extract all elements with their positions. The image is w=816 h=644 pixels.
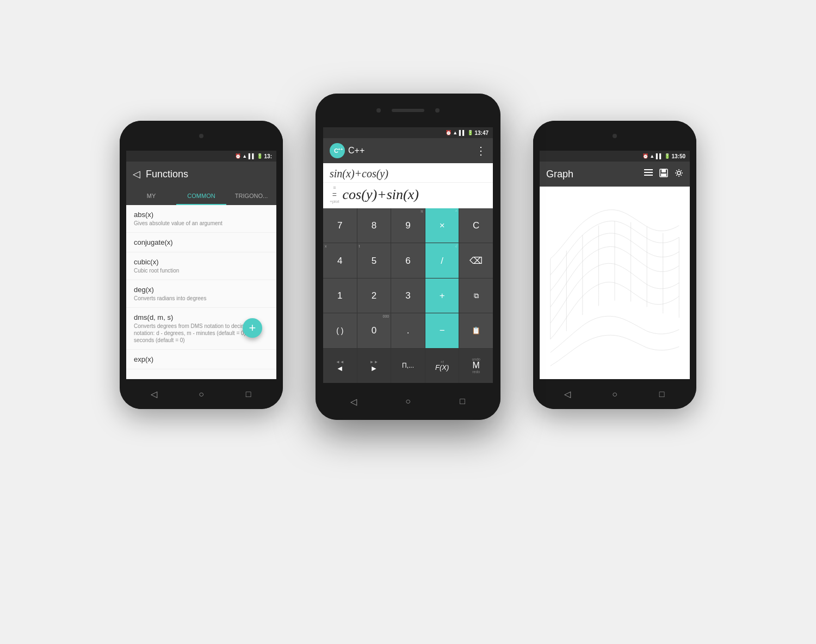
equals-area: ≡ = +plot	[330, 185, 339, 204]
functions-header: ◁ Functions	[126, 162, 276, 187]
phones-container: ⏰ ▲ ▌▌ 🔋 13: ◁ Functions MY COMMON TRIGO…	[109, 77, 707, 567]
key-9[interactable]: π9	[391, 208, 425, 243]
time-right: 13:50	[671, 153, 685, 159]
back-nav-center[interactable]: ◁	[345, 393, 362, 410]
phone-center: ⏰ ▲ ▌▌ 🔋 13:47 C ++ C++ ⋮ sin(x)+cos(y)	[316, 94, 500, 420]
status-icons-left: ⏰ ▲ ▌▌ 🔋	[235, 153, 263, 159]
key-functions[interactable]: +f F(X)	[425, 349, 459, 383]
phone-top-center	[316, 94, 500, 127]
equals-sign: =	[332, 190, 337, 199]
list-item[interactable]: exp(x)	[126, 350, 276, 369]
phone-left: ⏰ ▲ ▌▌ 🔋 13: ◁ Functions MY COMMON TRIGO…	[120, 121, 283, 409]
svg-point-9	[677, 171, 681, 175]
status-bar-center: ⏰ ▲ ▌▌ 🔋 13:47	[323, 127, 493, 138]
key-parens[interactable]: ( )	[323, 313, 357, 348]
bottom-nav-left: ◁ ○ □	[120, 379, 283, 409]
key-clear[interactable]: C	[459, 208, 493, 243]
key-copy[interactable]: ⧉	[459, 278, 493, 313]
bottom-nav-right: ◁ ○ □	[533, 379, 696, 409]
screen-right: ⏰ ▲ ▌▌ 🔋 13:50 Graph	[540, 151, 690, 379]
key-8[interactable]: 8	[357, 208, 391, 243]
function-desc: Converts radians into degrees	[134, 295, 269, 302]
function-name: conjugate(x)	[134, 238, 269, 246]
svg-rect-3	[644, 169, 653, 170]
back-button[interactable]: ◁	[133, 168, 140, 180]
list-item[interactable]: conjugate(x)	[126, 233, 276, 252]
key-dot[interactable]: .	[391, 313, 425, 348]
key-divide[interactable]: √/	[425, 243, 459, 277]
functions-list: abs(x) Gives absolute value of an argume…	[126, 205, 276, 379]
key-minus[interactable]: −	[425, 313, 459, 348]
calc-display-main: ≡ = +plot cos(y)+sin(x)	[323, 183, 493, 208]
key-3[interactable]: 3	[391, 278, 425, 313]
graph-title: Graph	[546, 169, 644, 180]
function-name: abs(x)	[134, 210, 269, 219]
camera-right	[613, 134, 617, 138]
key-1[interactable]: 1	[323, 278, 357, 313]
key-left[interactable]: ◄◄ ◄	[323, 349, 357, 383]
status-icons-center: ⏰ ▲ ▌▌ 🔋	[446, 130, 473, 135]
home-nav-center[interactable]: ○	[400, 393, 416, 410]
list-item[interactable]: cubic(x) Cubic root function	[126, 252, 276, 280]
recent-nav-right[interactable]: □	[654, 386, 670, 403]
back-nav-right[interactable]: ◁	[559, 386, 576, 403]
keypad: 7 8 π9 ^× C x4 t5 6 √/ ⌫ 1 2 3 + ⧉ ( ) 0…	[323, 208, 493, 383]
key-6[interactable]: 6	[391, 243, 425, 277]
key-memory[interactable]: undo M redo	[459, 349, 493, 383]
speaker-center	[392, 109, 424, 112]
calc-header: C ++ C++ ⋮	[323, 138, 493, 163]
main-expression: cos(y)+sin(x)	[343, 187, 419, 203]
list-item[interactable]: abs(x) Gives absolute value of an argume…	[126, 205, 276, 233]
key-paste[interactable]: 📋	[459, 313, 493, 348]
key-multiply[interactable]: ^×	[425, 208, 459, 243]
top-expression: sin(x)+cos(y)	[330, 168, 388, 179]
key-0[interactable]: 0000	[357, 313, 391, 348]
key-5[interactable]: t5	[357, 243, 391, 277]
back-nav-left[interactable]: ◁	[146, 386, 162, 403]
key-plus[interactable]: +	[425, 278, 459, 313]
key-constants[interactable]: П,...	[391, 349, 425, 383]
save-icon[interactable]	[659, 169, 668, 179]
graph-header: Graph	[540, 162, 690, 187]
graph-toolbar	[644, 169, 683, 179]
camera-left	[199, 134, 203, 138]
key-right[interactable]: ►► ►	[357, 349, 391, 383]
functions-tabs: MY COMMON TRIGONO...	[126, 187, 276, 205]
recent-nav-center[interactable]: □	[454, 393, 471, 410]
function-name: exp(x)	[134, 355, 269, 363]
settings-icon[interactable]	[675, 169, 683, 179]
svg-rect-4	[644, 172, 653, 173]
phone-right: ⏰ ▲ ▌▌ 🔋 13:50 Graph	[533, 121, 696, 409]
plot-label: +plot	[330, 199, 339, 204]
camera-center2	[435, 108, 440, 113]
camera-center	[376, 108, 381, 113]
svg-rect-8	[661, 174, 666, 176]
calc-menu-button[interactable]: ⋮	[475, 144, 486, 157]
function-desc: Gives absolute value of an argument	[134, 220, 269, 227]
list-icon[interactable]	[644, 169, 653, 179]
tab-trigono[interactable]: TRIGONO...	[226, 187, 276, 205]
time-center: 13:47	[474, 130, 489, 136]
key-2[interactable]: 2	[357, 278, 391, 313]
key-4[interactable]: x4	[323, 243, 357, 277]
calc-title: C++	[348, 146, 364, 156]
bottom-nav-center: ◁ ○ □	[316, 383, 500, 420]
function-name: deg(x)	[134, 286, 269, 294]
function-name: cubic(x)	[134, 258, 269, 266]
tab-my[interactable]: MY	[126, 187, 176, 205]
svg-rect-7	[662, 169, 666, 172]
menu-lines-icon: ≡	[333, 185, 336, 190]
tab-common[interactable]: COMMON	[176, 187, 226, 205]
calc-display-top: sin(x)+cos(y)	[323, 163, 493, 183]
key-7[interactable]: 7	[323, 208, 357, 243]
add-function-fab[interactable]: +	[243, 318, 262, 338]
graph-canvas	[540, 187, 690, 379]
home-nav-left[interactable]: ○	[193, 386, 209, 403]
phone-top-left	[120, 121, 283, 151]
recent-nav-left[interactable]: □	[240, 386, 257, 403]
key-backspace[interactable]: ⌫	[459, 243, 493, 277]
home-nav-right[interactable]: ○	[607, 386, 623, 403]
phone-top-right	[533, 121, 696, 151]
list-item[interactable]: deg(x) Converts radians into degrees	[126, 280, 276, 308]
screen-center: ⏰ ▲ ▌▌ 🔋 13:47 C ++ C++ ⋮ sin(x)+cos(y)	[323, 127, 493, 383]
